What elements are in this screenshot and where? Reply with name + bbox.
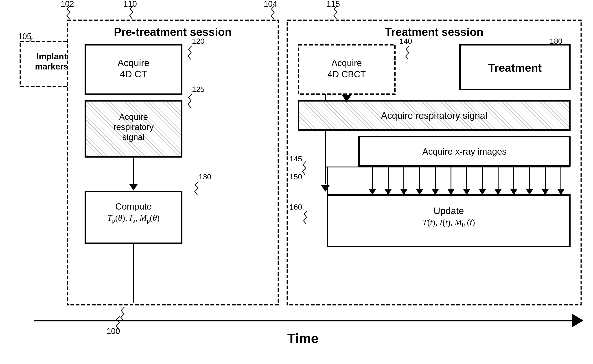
ref-115: 115 [326,0,340,8]
ref-150: 150 [289,172,302,181]
ref-120: 120 [192,37,205,45]
ref-110: 110 [123,0,137,8]
acquire-4dcbct-text-1: Acquire [331,58,362,68]
compute-text: Compute [115,202,152,211]
acquire-resp-pre-text-1: Acquire [119,112,148,122]
acquire-4dct-text-2: 4D CT [120,69,147,79]
update-text: Update [433,206,464,216]
acquire-resp-pre-text-3: signal [122,132,145,142]
treatment-text: Treatment [488,62,542,74]
ref-100: 100 [107,327,120,336]
ref-160: 160 [289,203,302,211]
time-label: Time [287,331,319,346]
implant-markers-text-2: markers [35,62,68,71]
implant-markers-text-1: Implant [36,52,67,61]
ref-105: 105 [18,32,31,41]
ref-104: 104 [264,0,277,8]
pretreatment-title: Pre-treatment session [114,26,232,38]
acquire-xray-text: Acquire x-ray images [422,147,507,156]
acquire-resp-treat-text: Acquire respiratory signal [381,110,487,121]
acquire-4dct-text-1: Acquire [118,58,149,68]
acquire-resp-pre-text-2: respiratory [113,122,154,132]
treatment-title: Treatment session [385,26,483,38]
ref-145: 145 [289,154,302,163]
acquire-4dcbct-text-2: 4D CBCT [327,69,366,79]
ref-140: 140 [399,37,412,45]
ref-130: 130 [199,172,211,181]
ref-125: 125 [192,85,205,93]
ref-102: 102 [60,0,74,8]
ref-180: 180 [550,37,562,45]
update-formula: T(t), I(t), Mθ (t) [422,218,475,228]
